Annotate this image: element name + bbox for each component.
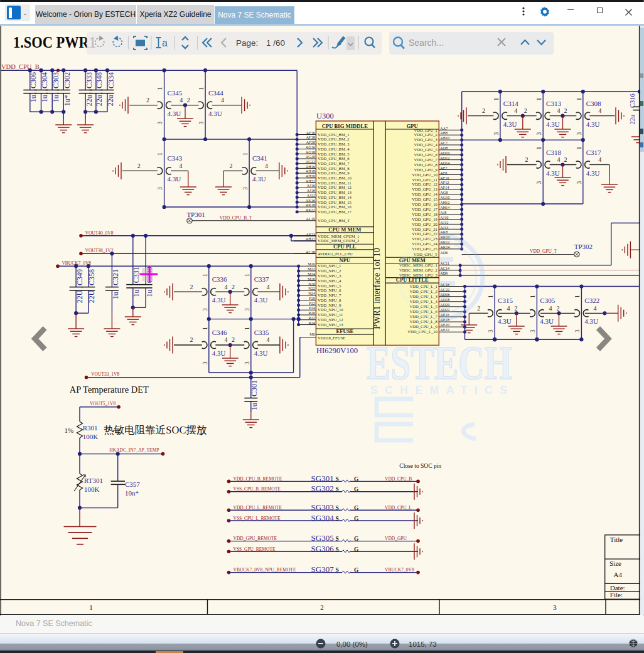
svg-text:VDD_GPU_19: VDD_GPU_19 — [412, 217, 437, 221]
svg-text:S: S — [336, 505, 339, 511]
svg-text:VDD_CPU_L_2: VDD_CPU_L_2 — [409, 289, 437, 294]
svg-text:AH12: AH12 — [440, 200, 449, 204]
svg-text:AD18: AD18 — [440, 297, 449, 302]
svg-text:1u*: 1u* — [63, 95, 72, 106]
svg-text:C335: C335 — [254, 329, 269, 336]
svg-text:File:: File: — [610, 591, 623, 598]
svg-text:4.3U: 4.3U — [168, 110, 181, 117]
svg-text:VDD18_EFUSE: VDD18_EFUSE — [318, 336, 345, 340]
svg-text:VDD_GPU_2: VDD_GPU_2 — [414, 132, 437, 137]
svg-text:AF16: AF16 — [306, 130, 315, 135]
svg-text:N22: N22 — [308, 286, 315, 290]
svg-text:4: 4 — [557, 107, 561, 114]
svg-text:AJ22: AJ22 — [307, 193, 315, 198]
svg-text:1: 1 — [242, 152, 249, 156]
svg-text:C318: C318 — [546, 149, 561, 156]
svg-text:3: 3 — [493, 132, 500, 135]
svg-text:VBUCK7_0V8: VBUCK7_0V8 — [385, 567, 414, 573]
svg-text:4: 4 — [265, 162, 268, 169]
svg-text:VOUT40_0V8: VOUT40_0V8 — [85, 230, 114, 236]
svg-text:AG22: AG22 — [306, 159, 315, 164]
svg-text:VDD_GPU_11: VDD_GPU_11 — [412, 178, 437, 182]
svg-text:2: 2 — [230, 162, 233, 169]
svg-text:P22: P22 — [309, 301, 315, 305]
svg-text:AA7: AA7 — [440, 126, 448, 130]
svg-text:VDD_CPU_BM_4: VDD_CPU_BM_4 — [318, 147, 350, 151]
svg-text:C317: C317 — [586, 149, 601, 156]
svg-text:1: 1 — [157, 87, 163, 90]
svg-text:S: S — [336, 476, 339, 482]
svg-text:S: S — [336, 516, 339, 522]
svg-text:4: 4 — [549, 305, 552, 312]
svg-text:G: G — [354, 505, 359, 511]
svg-text:AJ10: AJ10 — [440, 215, 448, 220]
svg-text:100K: 100K — [84, 486, 100, 493]
svg-text:AB8: AB8 — [440, 130, 448, 135]
svg-text:1: 1 — [202, 273, 208, 277]
svg-text:TP301: TP301 — [186, 211, 205, 218]
svg-text:G: G — [354, 546, 359, 553]
svg-text:C358: C358 — [87, 269, 96, 285]
svg-text:4: 4 — [267, 284, 270, 290]
svg-text:Size: Size — [609, 560, 621, 567]
svg-text:VDD_GPU_9: VDD_GPU_9 — [414, 167, 437, 172]
svg-text:HI6290V100: HI6290V100 — [316, 346, 358, 355]
svg-text:1: 1 — [493, 97, 500, 100]
svg-text:VDD_CPU_B_T: VDD_CPU_B_T — [220, 215, 252, 221]
svg-text:4.3U: 4.3U — [212, 296, 226, 304]
svg-text:3: 3 — [530, 329, 536, 332]
svg-text:N24: N24 — [308, 291, 315, 295]
svg-text:C306: C306 — [29, 72, 38, 88]
svg-text:C333: C333 — [85, 72, 94, 88]
svg-text:AF10: AF10 — [440, 176, 449, 180]
svg-text:3: 3 — [244, 308, 250, 311]
svg-text:VDDC_MEM_GPU_1: VDDC_MEM_GPU_1 — [399, 263, 437, 267]
svg-text:AF12: AF12 — [440, 180, 449, 184]
svg-text:AJ14: AJ14 — [440, 225, 448, 230]
svg-text:热敏电阻靠近SOC摆放: 热敏电阻靠近SOC摆放 — [104, 424, 207, 436]
svg-text:AJ16: AJ16 — [307, 183, 315, 188]
svg-text:VDD_CPU_BM_3: VDD_CPU_BM_3 — [318, 142, 350, 146]
svg-text:2: 2 — [320, 603, 324, 611]
svg-text:4.3U: 4.3U — [254, 296, 268, 304]
svg-text:AC14: AC14 — [440, 266, 449, 270]
svg-text:VDD_GPU_14: VDD_GPU_14 — [412, 192, 437, 196]
svg-text:AVDD12_PLL_CPU: AVDD12_PLL_CPU — [318, 252, 353, 256]
svg-text:C304: C304 — [40, 72, 49, 88]
svg-text:AD14: AD14 — [440, 161, 449, 165]
svg-text:2: 2 — [232, 336, 235, 343]
svg-text:4.3U: 4.3U — [584, 317, 598, 325]
svg-text:VDD_NPU_1: VDD_NPU_1 — [318, 263, 341, 268]
svg-text:C316: C316 — [629, 93, 636, 108]
svg-text:AF20: AF20 — [306, 140, 315, 144]
svg-text:1: 1 — [244, 273, 250, 277]
svg-text:3: 3 — [202, 308, 208, 311]
svg-text:SG302: SG302 — [311, 484, 334, 493]
svg-text:1: 1 — [202, 327, 208, 330]
svg-text:1: 1 — [89, 603, 93, 611]
svg-text:4.3U: 4.3U — [168, 175, 181, 183]
svg-text:P20: P20 — [309, 296, 315, 300]
svg-text:VDD_NPU_12: VDD_NPU_12 — [318, 317, 343, 322]
svg-text:CPU BIG MIDDLE: CPU BIG MIDDLE — [322, 123, 368, 129]
svg-text:S: S — [336, 536, 339, 542]
svg-text:C308: C308 — [586, 100, 601, 107]
svg-text:3: 3 — [244, 361, 250, 364]
svg-text:1: 1 — [576, 97, 582, 100]
svg-text:G: G — [354, 516, 359, 522]
svg-text:C321: C321 — [111, 269, 120, 285]
svg-text:SG305: SG305 — [311, 533, 334, 543]
svg-text:VDD_NPU_3: VDD_NPU_3 — [318, 273, 341, 278]
svg-text:AC18: AC18 — [306, 250, 315, 254]
svg-text:4.3U: 4.3U — [498, 317, 512, 325]
svg-text:AD16: AD16 — [440, 292, 449, 297]
svg-text:Close to SOC pin: Close to SOC pin — [399, 463, 441, 469]
svg-text:4.3U: 4.3U — [546, 169, 560, 177]
svg-text:AF14: AF14 — [440, 185, 449, 189]
svg-text:VDD_GPU_5: VDD_GPU_5 — [414, 147, 437, 152]
svg-text:3: 3 — [574, 329, 581, 332]
svg-text:VDD_NPU_8: VDD_NPU_8 — [318, 298, 341, 302]
svg-text:10n*: 10n* — [125, 489, 139, 497]
svg-text:PWR1 interface 1of 10: PWR1 interface 1of 10 — [372, 248, 382, 329]
svg-text:2: 2 — [187, 97, 190, 104]
